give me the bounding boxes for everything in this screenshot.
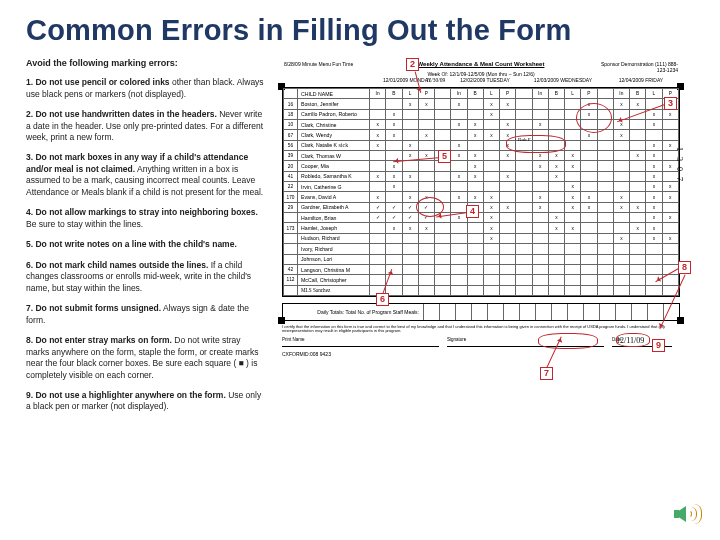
callout-2: 2 xyxy=(406,58,419,71)
slide-title: Common Errors in Filling Out the Form xyxy=(26,14,694,47)
sig-name-label: Print Name xyxy=(282,337,305,342)
callout-7: 7 xyxy=(540,367,553,380)
sig-sign-label: Signature xyxy=(447,337,466,342)
error-item: 2. Do not use handwritten dates in the h… xyxy=(26,109,264,143)
red-circle xyxy=(616,333,650,347)
red-circle xyxy=(538,333,598,349)
lead-text: Avoid the following marking errors: xyxy=(26,57,264,69)
speaker-icon[interactable] xyxy=(674,502,702,526)
error-list: Avoid the following marking errors: 1. D… xyxy=(26,57,276,422)
error-item: 5. Do not write notes on a line with the… xyxy=(26,239,264,250)
day-header: 12/02/2009 TUESDAY xyxy=(446,77,524,87)
form-id: CXFORMID:008 9423 xyxy=(282,351,331,357)
vertical-number: 1307 xyxy=(675,147,684,187)
error-item: 9. Do not use a highlighter anywhere on … xyxy=(26,390,264,413)
error-item: 6. Do not mark child names outside the l… xyxy=(26,260,264,294)
callout-9: 9 xyxy=(652,339,665,352)
totals-row: Daily Totals: Total No. of Program Staff… xyxy=(282,303,680,321)
note-rob: + Rob F xyxy=(514,137,530,142)
callout-3: 3 xyxy=(664,97,677,110)
cert-text: I certify that the information on this f… xyxy=(282,325,680,334)
red-circle xyxy=(576,103,612,133)
callout-6: 6 xyxy=(376,293,389,306)
red-circle xyxy=(416,197,444,217)
callout-4: 4 xyxy=(466,205,479,218)
error-item: 1. Do not use pencil or colored inks oth… xyxy=(26,77,264,100)
callout-8: 8 xyxy=(678,261,691,274)
totals-label: Daily Totals: Total No. of Program Staff… xyxy=(283,304,423,320)
error-item: 8. Do not enter stray marks on form. Do … xyxy=(26,335,264,381)
handwritten-date: 11/30/09 xyxy=(426,77,445,83)
callout-5: 5 xyxy=(438,150,451,163)
day-header: 12/04/2009 FRIDAY xyxy=(602,77,680,87)
error-item: 3. Do not mark boxes in any way if a chi… xyxy=(26,152,264,198)
error-item: 7. Do not submit forms unsigned. Always … xyxy=(26,303,264,326)
day-header: 12/03/2009 WEDNESDAY xyxy=(524,77,602,87)
error-item: 4. Do not allow markings to stray into n… xyxy=(26,207,264,230)
scanned-form: 8/28/09 Minute Menu Fun Time Weekly Atte… xyxy=(276,57,686,357)
form-illustration: 8/28/09 Minute Menu Fun Time Weekly Atte… xyxy=(276,57,694,422)
